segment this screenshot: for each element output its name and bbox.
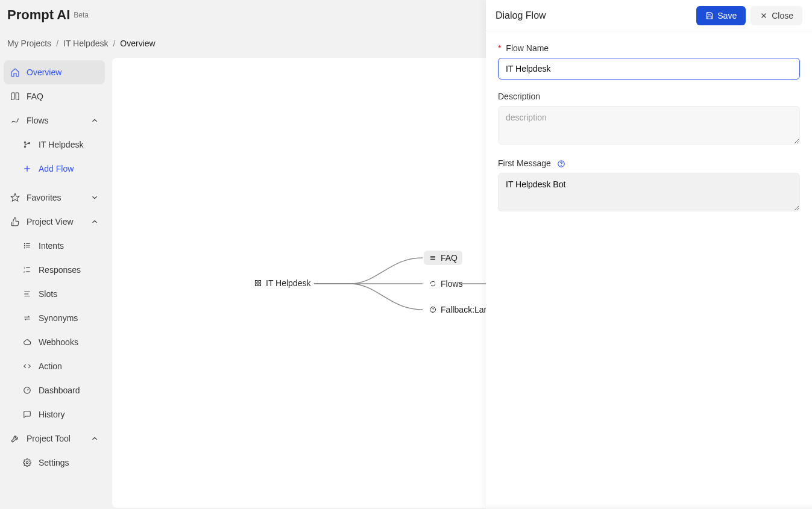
list-ordered-icon: 12	[22, 264, 33, 275]
svg-text:1: 1	[24, 266, 25, 269]
sidebar-item-project-view[interactable]: Project View	[4, 210, 105, 234]
breadcrumb-project[interactable]: IT Helpdesk	[63, 39, 108, 48]
bars-icon	[22, 289, 33, 299]
lines-icon	[429, 254, 437, 262]
gear-icon	[22, 457, 33, 468]
description-textarea[interactable]	[498, 106, 800, 145]
thumbs-up-icon	[10, 216, 20, 227]
sidebar-item-label: Project Tool	[27, 434, 71, 443]
save-icon	[705, 11, 714, 20]
svg-point-8	[24, 248, 25, 248]
sidebar-item-dashboard[interactable]: Dashboard	[4, 378, 105, 402]
sidebar-item-label: Action	[39, 361, 62, 371]
chevron-down-icon	[90, 193, 99, 202]
sidebar-add-flow[interactable]: Add Flow	[4, 157, 105, 181]
app-logo: Prompt AI	[7, 7, 70, 23]
svg-point-1	[24, 146, 25, 147]
close-icon	[760, 11, 768, 20]
svg-point-29	[433, 311, 433, 311]
sidebar-item-label: Responses	[39, 265, 81, 275]
sidebar-item-label: IT Helpdesk	[39, 140, 83, 149]
help-icon[interactable]	[557, 160, 565, 168]
close-button[interactable]: Close	[751, 6, 802, 25]
node-label: Flows	[441, 279, 463, 289]
node-label: IT Helpdesk	[266, 278, 310, 288]
svg-rect-22	[259, 281, 261, 283]
sidebar-item-action[interactable]: Action	[4, 354, 105, 378]
svg-rect-21	[256, 281, 258, 283]
svg-point-33	[561, 166, 562, 166]
grid-icon	[254, 279, 262, 287]
svg-text:2: 2	[24, 270, 25, 273]
drawer-title: Dialog Flow	[496, 10, 546, 21]
svg-rect-23	[256, 284, 258, 286]
breadcrumb-separator: /	[113, 39, 115, 48]
sidebar-item-label: Synonyms	[39, 313, 78, 323]
code-icon	[22, 361, 33, 372]
loop-icon	[429, 279, 437, 288]
cloud-icon	[22, 337, 33, 348]
sidebar-item-label: Dashboard	[39, 386, 80, 395]
sidebar-item-label: Favorites	[27, 193, 61, 202]
sidebar-item-intents[interactable]: Intents	[4, 234, 105, 258]
sidebar-item-project-tool[interactable]: Project Tool	[4, 426, 105, 451]
sidebar-item-label: FAQ	[27, 92, 43, 101]
home-icon	[10, 67, 20, 78]
sidebar-item-webhooks[interactable]: Webhooks	[4, 330, 105, 354]
sidebar-item-flow-it-helpdesk[interactable]: IT Helpdesk	[4, 133, 105, 157]
canvas-node-flows[interactable]: Flows	[424, 276, 468, 291]
drawer-header: Dialog Flow Save Close	[486, 0, 812, 31]
svg-rect-24	[259, 284, 261, 286]
flow-name-label: * Flow Name	[498, 43, 800, 53]
sidebar-item-history[interactable]: History	[4, 402, 105, 426]
sidebar-item-label: Settings	[39, 458, 69, 467]
star-icon	[10, 192, 20, 203]
chevron-up-icon	[90, 217, 99, 226]
flow-name-input[interactable]	[498, 58, 800, 80]
question-icon	[429, 305, 437, 314]
svg-point-7	[24, 245, 25, 246]
branch-icon	[22, 139, 33, 150]
sidebar-item-label: History	[39, 410, 65, 419]
breadcrumb-separator: /	[56, 39, 58, 48]
sidebar-item-overview[interactable]: Overview	[4, 60, 105, 84]
first-message-label: First Message	[498, 158, 800, 168]
gauge-icon	[22, 385, 33, 396]
tools-icon	[10, 433, 20, 444]
sidebar: Overview FAQ Flows	[0, 57, 111, 509]
save-button[interactable]: Save	[696, 6, 746, 25]
first-message-textarea[interactable]	[498, 173, 800, 211]
sidebar-item-flows[interactable]: Flows	[4, 108, 105, 133]
svg-point-6	[24, 243, 25, 244]
sidebar-item-label: Intents	[39, 241, 64, 251]
chevron-up-icon	[90, 116, 99, 125]
sidebar-item-responses[interactable]: 12 Responses	[4, 258, 105, 282]
breadcrumb-root[interactable]: My Projects	[7, 39, 51, 48]
node-label: Fallback:Lar	[441, 305, 486, 314]
sidebar-item-label: Flows	[27, 116, 49, 125]
sidebar-item-label: Overview	[27, 67, 61, 77]
list-icon	[22, 240, 33, 251]
sidebar-item-slots[interactable]: Slots	[4, 282, 105, 306]
message-icon	[22, 409, 33, 420]
sidebar-item-settings[interactable]: Settings	[4, 451, 105, 475]
canvas-node-root[interactable]: IT Helpdesk	[249, 276, 315, 290]
sidebar-item-synonyms[interactable]: Synonyms	[4, 306, 105, 330]
breadcrumb-current: Overview	[120, 39, 155, 48]
swap-icon	[22, 313, 33, 323]
button-label: Close	[772, 11, 793, 20]
flow-icon	[10, 115, 20, 126]
canvas-node-fallback[interactable]: Fallback:Lar	[424, 302, 491, 317]
sidebar-item-faq[interactable]: FAQ	[4, 84, 105, 108]
svg-marker-5	[11, 193, 19, 201]
app-badge: Beta	[74, 11, 89, 19]
required-indicator: *	[498, 43, 501, 53]
sidebar-item-label: Webhooks	[39, 337, 78, 347]
sidebar-item-label: Add Flow	[39, 164, 74, 173]
chevron-up-icon	[90, 434, 99, 443]
book-icon	[10, 91, 20, 102]
svg-point-20	[26, 461, 28, 464]
canvas-node-faq[interactable]: FAQ	[424, 251, 462, 265]
sidebar-item-favorites[interactable]: Favorites	[4, 186, 105, 210]
plus-icon	[22, 163, 33, 174]
